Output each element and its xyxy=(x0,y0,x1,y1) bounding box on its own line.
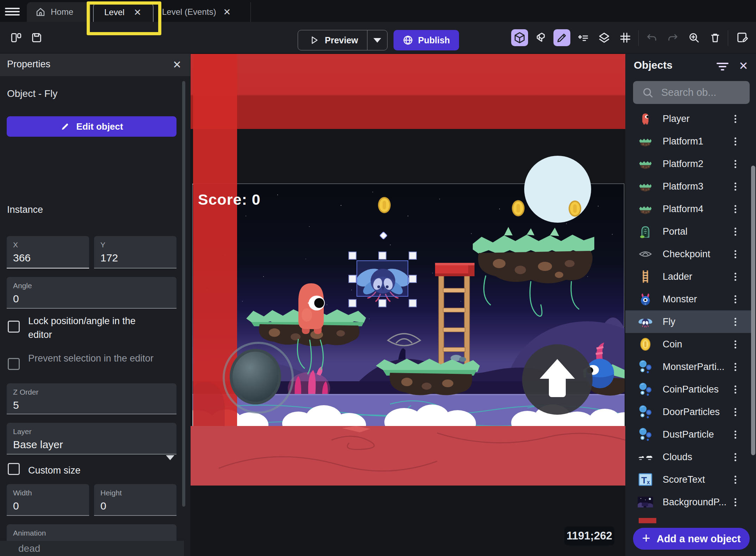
panels-layout-button[interactable] xyxy=(8,29,25,46)
edit-scene-properties-button[interactable] xyxy=(733,29,750,46)
lock-position-checkbox[interactable] xyxy=(8,321,20,333)
checkpoint-icon xyxy=(637,246,653,262)
close-icon[interactable]: ✕ xyxy=(223,7,231,18)
coin-sprite[interactable] xyxy=(569,200,581,217)
preview-button[interactable]: Preview xyxy=(298,30,388,50)
objects-scrollbar[interactable] xyxy=(751,166,755,455)
particles-icon xyxy=(637,404,653,420)
kebab-menu-icon[interactable] xyxy=(735,407,736,418)
coin-sprite[interactable] xyxy=(512,200,525,216)
kebab-menu-icon[interactable] xyxy=(735,249,736,260)
resize-handle[interactable] xyxy=(409,275,417,283)
objects-list-button[interactable] xyxy=(575,29,591,46)
close-icon[interactable]: ✕ xyxy=(739,59,748,73)
delete-button[interactable] xyxy=(707,29,724,46)
preview-dropdown-button[interactable] xyxy=(367,30,387,50)
custom-size-checkbox[interactable] xyxy=(8,463,20,475)
object-item-platform2[interactable]: Platform2 xyxy=(625,153,751,175)
save-button[interactable] xyxy=(28,29,45,46)
jump-button[interactable] xyxy=(522,344,593,415)
object-item-platform4[interactable]: Platform4 xyxy=(625,198,751,220)
object-item-coinparticles[interactable]: CoinParticles xyxy=(625,378,751,401)
height-field[interactable]: Height 0 xyxy=(94,484,176,516)
tab-level[interactable]: Level ✕ xyxy=(93,2,154,22)
object-item-dustparticle[interactable]: DustParticle xyxy=(625,423,751,446)
kebab-menu-icon[interactable] xyxy=(735,271,736,282)
object-item-player[interactable]: Player xyxy=(625,107,751,130)
add-new-object-button[interactable]: + Add a new object xyxy=(633,528,750,550)
kebab-menu-icon[interactable] xyxy=(735,362,736,372)
kebab-menu-icon[interactable] xyxy=(735,113,736,124)
object-item-clouds[interactable]: Clouds xyxy=(625,446,751,468)
kebab-menu-icon[interactable] xyxy=(735,429,736,440)
kebab-menu-icon[interactable] xyxy=(735,159,736,169)
zorder-field[interactable]: Z Order 5 xyxy=(7,383,176,414)
search-box[interactable]: Search ob... xyxy=(633,81,750,104)
object-item-coin[interactable]: Coin xyxy=(625,333,751,356)
scene-border-top xyxy=(191,54,625,129)
publish-button[interactable]: Publish xyxy=(394,30,459,50)
x-field[interactable]: X 366 xyxy=(7,236,89,268)
zoom-in-button[interactable] xyxy=(686,29,702,46)
joystick-knob[interactable] xyxy=(230,349,281,404)
object-item-platform1[interactable]: Platform1 xyxy=(625,130,751,153)
edit-object-button[interactable]: Edit object xyxy=(7,116,176,137)
scene-canvas[interactable]: Score: 0 1191;262 xyxy=(190,54,625,556)
preview-button-main[interactable]: Preview xyxy=(298,35,367,45)
properties-scrollbar[interactable] xyxy=(182,81,185,507)
redo-button[interactable] xyxy=(664,29,681,46)
resize-handle[interactable] xyxy=(348,299,357,307)
close-icon[interactable]: ✕ xyxy=(134,7,141,18)
coin-sprite[interactable] xyxy=(378,197,391,213)
virtual-joystick[interactable] xyxy=(223,342,294,414)
resize-handle[interactable] xyxy=(378,252,386,260)
kebab-menu-icon[interactable] xyxy=(735,294,736,305)
object-item-platform3[interactable]: Platform3 xyxy=(625,175,751,198)
layers-button[interactable] xyxy=(596,29,613,46)
grid-button[interactable] xyxy=(617,29,634,46)
object-item-monsterparti-[interactable]: MonsterParti... xyxy=(625,356,751,378)
3d-box-tool-button[interactable] xyxy=(511,29,528,46)
player-icon xyxy=(637,111,653,127)
prevent-selection-checkbox[interactable] xyxy=(8,358,20,370)
kebab-menu-icon[interactable] xyxy=(735,452,736,463)
tab-home[interactable]: Home xyxy=(27,2,91,22)
filter-icon[interactable] xyxy=(716,61,729,72)
angle-field[interactable]: Angle 0 xyxy=(7,277,176,309)
object-item-checkpoint[interactable]: Checkpoint xyxy=(625,243,751,265)
resize-handle[interactable] xyxy=(409,299,417,307)
selection-box[interactable] xyxy=(357,260,408,297)
object-item-doorparticles[interactable]: DoorParticles xyxy=(625,401,751,423)
object-item-fly[interactable]: Fly xyxy=(625,310,751,333)
hamburger-menu-icon[interactable] xyxy=(5,6,21,17)
undo-button[interactable] xyxy=(643,29,660,46)
kebab-menu-icon[interactable] xyxy=(735,384,736,395)
resize-handle[interactable] xyxy=(348,275,357,283)
object-item-scoretext[interactable]: TxScoreText xyxy=(625,468,751,491)
kebab-menu-icon[interactable] xyxy=(735,339,736,350)
object-item-backgroundp-[interactable]: BackgroundP... xyxy=(625,491,751,513)
kebab-menu-icon[interactable] xyxy=(735,316,736,327)
object-item-partial-icon[interactable] xyxy=(639,518,656,523)
variable-row-dead[interactable]: dead xyxy=(0,541,184,556)
resize-handle[interactable] xyxy=(348,252,357,260)
platform-icon xyxy=(637,133,653,149)
tab-level-events[interactable]: Level (Events) ✕ xyxy=(157,2,251,22)
object-item-monster[interactable]: Monster xyxy=(625,288,751,310)
kebab-menu-icon[interactable] xyxy=(735,474,736,485)
width-field[interactable]: Width 0 xyxy=(7,484,89,516)
kebab-menu-icon[interactable] xyxy=(735,226,736,237)
instances-tool-button[interactable] xyxy=(532,29,549,46)
resize-handle[interactable] xyxy=(378,299,386,307)
kebab-menu-icon[interactable] xyxy=(735,497,736,508)
object-item-ladder[interactable]: Ladder xyxy=(625,265,751,288)
y-field[interactable]: Y 172 xyxy=(94,236,176,268)
kebab-menu-icon[interactable] xyxy=(735,204,736,215)
object-item-portal[interactable]: Portal xyxy=(625,220,751,243)
kebab-menu-icon[interactable] xyxy=(735,181,736,192)
resize-handle[interactable] xyxy=(409,252,417,260)
close-icon[interactable]: ✕ xyxy=(173,58,181,71)
edit-tool-button[interactable] xyxy=(553,29,570,46)
layer-select[interactable]: Layer Base layer xyxy=(7,423,176,455)
kebab-menu-icon[interactable] xyxy=(735,136,736,147)
